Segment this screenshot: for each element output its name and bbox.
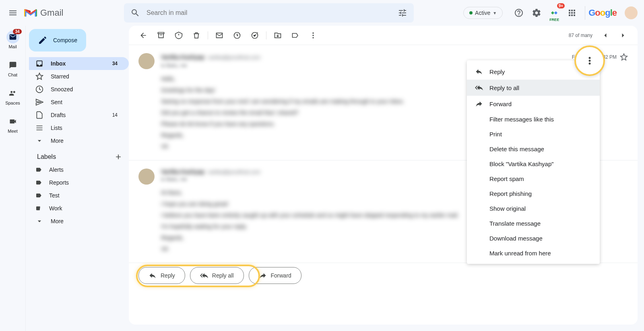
spam-button[interactable] [171, 27, 187, 43]
labels-header: Labels [29, 147, 129, 163]
archive-button[interactable] [153, 27, 169, 43]
labels-more[interactable]: More [29, 215, 129, 228]
nav-inbox-count: 34 [112, 61, 118, 66]
arrow-back-icon [139, 31, 147, 39]
gmail-logo[interactable]: Gmail [24, 8, 120, 18]
svg-point-2 [312, 32, 314, 33]
rail-mail-label: Mail [8, 44, 17, 49]
ctx-spam[interactable]: Report spam [467, 171, 600, 186]
account-avatar[interactable] [625, 6, 638, 19]
ctx-delete[interactable]: Delete this message [467, 142, 600, 156]
google-logo[interactable]: Google [585, 6, 620, 20]
meet-icon [9, 117, 17, 125]
svg-point-5 [589, 57, 591, 59]
status-text: Active [475, 10, 490, 16]
forward-button[interactable]: Forward [249, 267, 301, 284]
sender-name: Vartika Kashyap [161, 54, 204, 60]
svg-point-4 [312, 37, 314, 38]
main-menu-button[interactable] [3, 3, 23, 23]
ctx-forward[interactable]: Forward [467, 96, 600, 112]
rail-meet[interactable]: Meet [0, 113, 26, 135]
nav-more[interactable]: More [29, 134, 129, 147]
move-button[interactable] [270, 27, 286, 43]
rail-chat-label: Chat [8, 72, 17, 77]
reply-icon [475, 68, 483, 76]
ctx-block[interactable]: Block "Vartika Kashyap" [467, 156, 600, 171]
add-task-button[interactable] [247, 27, 263, 43]
svg-point-7 [589, 63, 591, 65]
newer-button[interactable] [597, 27, 613, 43]
label-test-text: Test [49, 192, 60, 199]
rail-spaces-label: Spaces [5, 101, 20, 105]
hamburger-icon [8, 8, 18, 18]
mail-icon [9, 33, 17, 41]
label-icon [35, 205, 42, 212]
label-work[interactable]: Work [29, 202, 129, 215]
message-more-button[interactable] [574, 45, 605, 76]
ctx-reply-all[interactable]: Reply to all [467, 80, 600, 96]
nav-sent[interactable]: Sent [29, 96, 129, 109]
svg-point-6 [589, 60, 591, 62]
sender-avatar[interactable] [138, 53, 155, 69]
lists-icon [35, 124, 43, 132]
ctx-print[interactable]: Print [467, 127, 600, 142]
snooze-button[interactable] [229, 27, 245, 43]
more-vert-icon [309, 31, 317, 39]
delete-button[interactable] [188, 27, 204, 43]
pencil-icon [38, 35, 47, 45]
rail-chat[interactable]: Chat [0, 57, 26, 79]
spam-icon [175, 31, 183, 39]
nav-drafts[interactable]: Drafts 14 [29, 109, 129, 121]
nav-drafts-label: Drafts [51, 112, 66, 118]
add-label-button[interactable] [114, 153, 122, 161]
reply-all-label: Reply all [212, 272, 234, 279]
search-button[interactable] [127, 5, 143, 21]
label-reports[interactable]: Reports [29, 176, 129, 189]
nav-inbox[interactable]: Inbox 34 [29, 57, 129, 70]
support-button[interactable] [511, 5, 527, 21]
ctx-download[interactable]: Download message [467, 231, 600, 246]
star-button[interactable] [620, 53, 628, 61]
addon-button[interactable]: 9+ FREE [546, 5, 562, 21]
mark-unread-button[interactable] [211, 27, 227, 43]
label-test[interactable]: Test [29, 189, 129, 202]
compose-button[interactable]: Compose [29, 29, 86, 51]
chevron-down-icon [35, 217, 43, 225]
plus-icon [114, 153, 122, 161]
ctx-translate[interactable]: Translate message [467, 216, 600, 231]
label-alerts[interactable]: Alerts [29, 163, 129, 176]
rail-meet-label: Meet [8, 129, 17, 134]
draft-icon [35, 111, 43, 119]
caret-down-icon: ▼ [493, 11, 497, 15]
search-input[interactable] [143, 9, 394, 16]
ctx-filter[interactable]: Filter messages like this [467, 112, 600, 127]
ctx-original[interactable]: Show original [467, 201, 600, 216]
reply-icon [149, 271, 157, 280]
apps-button[interactable] [564, 5, 580, 21]
more-button[interactable] [305, 27, 321, 43]
chevron-left-icon [601, 31, 609, 39]
sender-avatar[interactable] [138, 169, 155, 185]
reply-all-button[interactable]: Reply all [190, 267, 244, 284]
settings-button[interactable] [528, 5, 545, 21]
gmail-icon [24, 8, 37, 18]
label-icon [35, 179, 42, 186]
reply-label: Reply [161, 272, 175, 279]
older-button[interactable] [615, 27, 631, 43]
nav-starred[interactable]: Starred [29, 70, 129, 83]
sender-email: vartika@proofhub.com [208, 169, 260, 175]
search-options-button[interactable] [394, 5, 411, 21]
nav-snoozed[interactable]: Snoozed [29, 83, 129, 96]
rail-spaces[interactable]: Spaces [0, 85, 26, 107]
back-button[interactable] [135, 27, 151, 43]
ctx-phishing[interactable]: Report phishing [467, 186, 600, 201]
ctx-unread[interactable]: Mark unread from here [467, 246, 600, 261]
labels-button[interactable] [287, 27, 303, 43]
nav-lists[interactable]: Lists [29, 121, 129, 134]
status-chip[interactable]: Active ▼ [463, 7, 503, 19]
chat-icon [9, 61, 17, 69]
chevron-right-icon [619, 31, 627, 39]
nav-drafts-count: 14 [112, 112, 118, 118]
reply-button[interactable]: Reply [138, 267, 185, 284]
rail-mail[interactable]: 34 Mail [0, 29, 26, 51]
